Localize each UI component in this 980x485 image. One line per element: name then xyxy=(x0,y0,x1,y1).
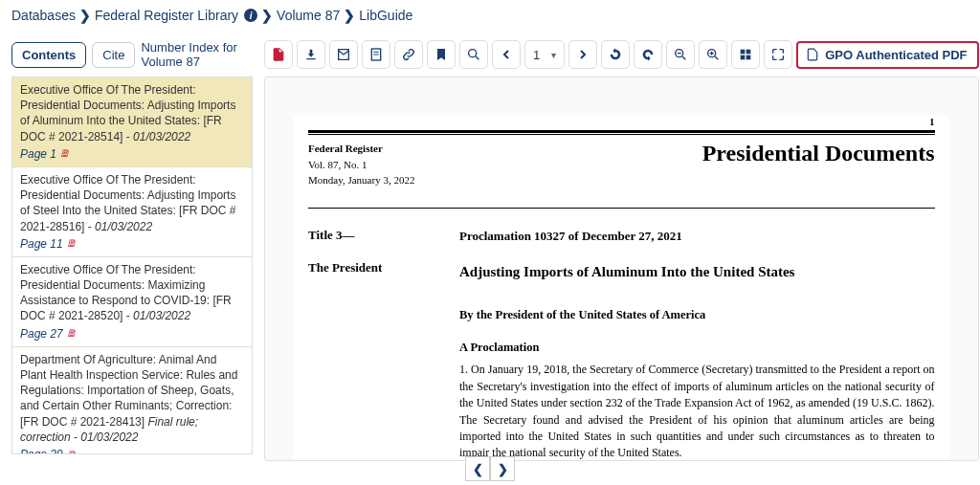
doc-paragraph: 1. On January 19, 2018, the Secretary of… xyxy=(459,362,935,461)
rotate-ccw-button[interactable] xyxy=(601,40,630,69)
document-page: 1 Federal Register Vol. 87, No. 1 Monday… xyxy=(294,116,949,461)
left-panel: Contents Cite Number Index for Volume 87… xyxy=(11,40,253,461)
svg-line-9 xyxy=(715,56,718,59)
next-page-button[interactable] xyxy=(568,40,597,69)
email-button[interactable] xyxy=(329,40,358,69)
right-panel: 1▾ GPO Authenticated PDF 1 Federal Regis… xyxy=(264,40,979,461)
bookmark-button[interactable] xyxy=(427,40,456,69)
breadcrumb-library[interactable]: Federal Register Library xyxy=(95,8,238,23)
info-icon[interactable]: i xyxy=(244,9,257,22)
pdf-icon: 🗎 xyxy=(66,448,77,454)
proclamation-number: Proclamation 10327 of December 27, 2021 xyxy=(459,228,935,246)
doc-volume: Vol. 87, No. 1 xyxy=(308,157,414,173)
by-line: By the President of the United States of… xyxy=(459,306,935,323)
prev-page-button[interactable] xyxy=(492,40,521,69)
pager-next-button[interactable]: ❯ xyxy=(490,456,515,481)
svg-rect-12 xyxy=(741,50,746,55)
breadcrumb-databases[interactable]: Databases xyxy=(11,8,76,23)
pager-bottom: ❮ ❯ xyxy=(465,456,515,481)
pdf-download-button[interactable] xyxy=(264,40,293,69)
toolbar: 1▾ GPO Authenticated PDF xyxy=(264,40,979,69)
doc-register: Federal Register xyxy=(308,141,414,157)
a-proclamation: A Proclamation xyxy=(459,339,935,356)
link-button[interactable] xyxy=(394,40,423,69)
svg-rect-14 xyxy=(741,55,746,60)
pdf-icon xyxy=(806,48,819,61)
chevron-down-icon: ▾ xyxy=(551,50,556,60)
chevron-icon: ❯ xyxy=(344,8,355,23)
doc-main-title: Presidential Documents xyxy=(702,141,935,166)
breadcrumb-libguide[interactable]: LibGuide xyxy=(359,8,412,23)
pager-prev-button[interactable]: ❮ xyxy=(465,456,490,481)
zoom-out-button[interactable] xyxy=(666,40,695,69)
svg-rect-15 xyxy=(746,55,751,60)
toc-item[interactable]: Executive Office Of The President: Presi… xyxy=(12,257,252,347)
notes-button[interactable] xyxy=(362,40,390,69)
chevron-icon: ❯ xyxy=(79,8,91,23)
page-select[interactable]: 1▾ xyxy=(524,40,565,69)
grid-view-button[interactable] xyxy=(731,40,760,69)
tab-cite[interactable]: Cite xyxy=(92,42,135,68)
doc-title3: Title 3— xyxy=(308,228,433,243)
page-number: 1 xyxy=(308,116,935,127)
search-button[interactable] xyxy=(459,40,488,69)
number-index-link[interactable]: Number Index for Volume 87 xyxy=(141,40,253,69)
breadcrumb-volume[interactable]: Volume 87 xyxy=(277,8,340,23)
pdf-icon: 🗎 xyxy=(66,326,77,341)
download-button[interactable] xyxy=(297,40,325,69)
toc-item[interactable]: Executive Office Of The President: Presi… xyxy=(12,167,252,257)
doc-date: Monday, January 3, 2022 xyxy=(308,172,414,188)
zoom-in-button[interactable] xyxy=(699,40,727,69)
toc-item[interactable]: Department Of Agriculture: Animal And Pl… xyxy=(12,347,252,454)
document-viewer[interactable]: 1 Federal Register Vol. 87, No. 1 Monday… xyxy=(264,77,979,461)
proclamation-title: Adjusting Imports of Aluminum Into the U… xyxy=(459,262,935,283)
svg-rect-13 xyxy=(746,50,751,55)
svg-point-3 xyxy=(469,50,477,57)
svg-line-4 xyxy=(476,56,479,59)
gpo-authenticated-pdf-button[interactable]: GPO Authenticated PDF xyxy=(796,41,978,69)
pdf-icon: 🗎 xyxy=(66,236,77,251)
rotate-cw-button[interactable] xyxy=(634,40,662,69)
chevron-icon: ❯ xyxy=(261,8,273,23)
toc-item[interactable]: Executive Office Of The President: Presi… xyxy=(12,77,252,167)
breadcrumb: Databases ❯ Federal Register Library i ❯… xyxy=(0,0,980,31)
tab-contents[interactable]: Contents xyxy=(11,42,86,68)
fullscreen-button[interactable] xyxy=(764,40,792,69)
toc-list[interactable]: Executive Office Of The President: Presi… xyxy=(11,77,253,454)
doc-president: The President xyxy=(308,260,433,276)
svg-line-6 xyxy=(682,56,685,59)
pdf-icon: 🗎 xyxy=(59,146,70,161)
